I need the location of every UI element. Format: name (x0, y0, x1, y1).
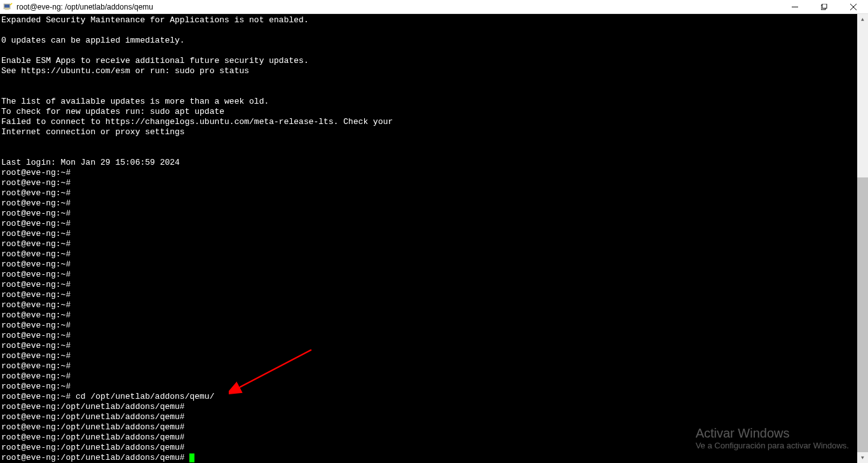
terminal-line: root@eve-ng:~# (1, 351, 868, 361)
terminal-line: root@eve-ng:/opt/unetlab/addons/qemu# (1, 453, 868, 463)
terminal-line: Failed to connect to https://changelogs.… (1, 117, 868, 127)
terminal-line: root@eve-ng:/opt/unetlab/addons/qemu# (1, 402, 868, 412)
terminal-line: root@eve-ng:~# (1, 219, 868, 229)
terminal-line (1, 148, 868, 158)
terminal-line: root@eve-ng:~# (1, 198, 868, 209)
vertical-scrollbar[interactable]: ▲ ▼ (857, 14, 868, 463)
terminal-line: Expanded Security Maintenance for Applic… (1, 15, 868, 25)
terminal-line: root@eve-ng:/opt/unetlab/addons/qemu# (1, 422, 868, 432)
maximize-button[interactable] (810, 0, 839, 13)
close-button[interactable] (839, 0, 868, 13)
terminal-line: root@eve-ng:~# (1, 249, 868, 259)
terminal-line: root@eve-ng:/opt/unetlab/addons/qemu# (1, 412, 868, 422)
terminal-line: root@eve-ng:~# (1, 321, 868, 331)
terminal-line: Enable ESM Apps to receive additional fu… (1, 56, 868, 66)
terminal-line (1, 76, 868, 86)
svg-rect-1 (4, 4, 10, 8)
terminal-line: root@eve-ng:~# (1, 290, 868, 300)
terminal-line: root@eve-ng:~# (1, 178, 868, 188)
terminal-line: root@eve-ng:~# (1, 310, 868, 321)
terminal-line: root@eve-ng:~# (1, 209, 868, 219)
terminal-line (1, 25, 868, 36)
terminal-line: root@eve-ng:~# (1, 371, 868, 382)
window-titlebar: root@eve-ng: /opt/unetlab/addons/qemu (0, 0, 868, 14)
scrollbar-thumb[interactable] (857, 177, 868, 452)
terminal-line: root@eve-ng:~# (1, 270, 868, 280)
terminal-line: root@eve-ng:~# (1, 229, 868, 239)
terminal-line: root@eve-ng:~# (1, 382, 868, 392)
scrollbar-track[interactable] (857, 25, 868, 452)
terminal-cursor (189, 453, 194, 462)
terminal-line: root@eve-ng:~# (1, 341, 868, 351)
minimize-button[interactable] (780, 0, 810, 13)
svg-rect-3 (5, 9, 9, 10)
window-title: root@eve-ng: /opt/unetlab/addons/qemu (17, 3, 780, 11)
scroll-down-icon[interactable]: ▼ (857, 452, 868, 463)
terminal-line: root@eve-ng:~# (1, 300, 868, 310)
terminal-line: 0 updates can be applied immediately. (1, 36, 868, 46)
terminal-line: Internet connection or proxy settings (1, 127, 868, 137)
terminal-line (1, 86, 868, 97)
terminal-line: root@eve-ng:/opt/unetlab/addons/qemu# (1, 443, 868, 453)
terminal-line: To check for new updates run: sudo apt u… (1, 107, 868, 117)
terminal-line: root@eve-ng:~# (1, 259, 868, 270)
terminal-line (1, 46, 868, 56)
terminal-line (1, 137, 868, 148)
terminal-line: root@eve-ng:/opt/unetlab/addons/qemu# (1, 432, 868, 443)
scroll-up-icon[interactable]: ▲ (857, 14, 868, 25)
svg-line-2 (10, 3, 12, 5)
terminal-line: See https://ubuntu.com/esm or run: sudo … (1, 66, 868, 76)
terminal-line: Last login: Mon Jan 29 15:06:59 2024 (1, 158, 868, 168)
terminal-line: root@eve-ng:~# (1, 331, 868, 341)
terminal-line: root@eve-ng:~# (1, 188, 868, 198)
svg-rect-6 (822, 4, 827, 8)
terminal-line: root@eve-ng:~# (1, 239, 868, 249)
window-controls (780, 0, 868, 13)
terminal-line: root@eve-ng:~# (1, 361, 868, 371)
terminal-line: The list of available updates is more th… (1, 97, 868, 107)
putty-icon (3, 2, 13, 12)
terminal-line: root@eve-ng:~# (1, 168, 868, 178)
terminal-output[interactable]: Expanded Security Maintenance for Applic… (0, 14, 868, 463)
terminal-line: root@eve-ng:~# cd /opt/unetlab/addons/qe… (1, 392, 868, 402)
terminal-line: root@eve-ng:~# (1, 280, 868, 290)
